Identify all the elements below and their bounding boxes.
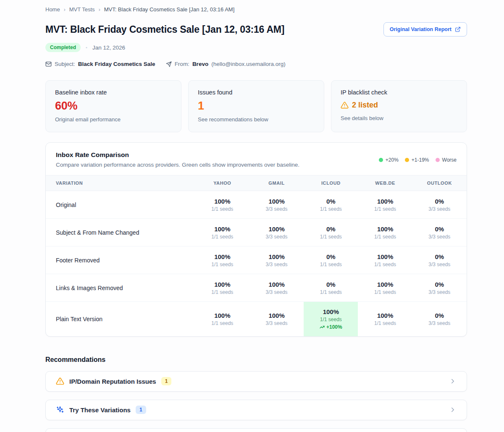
rate-percent: 0% [416, 225, 463, 233]
rate-seeds: 3/3 seeds [253, 206, 300, 212]
rate-cell: 100%3/3 seeds [249, 302, 304, 336]
warning-triangle-icon [56, 377, 64, 385]
rate-seeds: 3/3 seeds [416, 289, 463, 295]
trend-up-icon [320, 325, 325, 330]
rate-seeds: 3/3 seeds [416, 234, 463, 240]
report-button-label: Original Variation Report [390, 26, 452, 32]
table-row-subject-from-changed: Subject & From Name Changed 100%1/1 seed… [46, 219, 467, 246]
stat-value: 2 listed [352, 101, 378, 110]
legend-dot-green [379, 158, 383, 162]
rate-seeds: 3/3 seeds [253, 262, 300, 267]
variation-name: Links & Images Removed [46, 274, 195, 302]
rate-percent: 100% [361, 225, 409, 233]
comparison-header: Inbox Rate Comparison Compare variation … [46, 143, 467, 175]
rate-cell: 100%1/1 seeds [195, 219, 249, 246]
rate-percent: 0% [416, 281, 463, 288]
rate-seeds: 1/1 seeds [361, 320, 409, 326]
variation-name: Plain Text Version [46, 302, 195, 336]
legend-label: +20% [386, 157, 399, 163]
breadcrumb-separator: › [64, 7, 66, 13]
rate-seeds: 1/1 seeds [307, 262, 354, 267]
rate-cell: 100%1/1 seeds [358, 246, 412, 274]
meta-row: Completed • Jan 12, 2026 [45, 43, 467, 52]
rate-cell: 100%3/3 seeds [249, 246, 304, 274]
column-header-yahoo: YAHOO [195, 175, 249, 191]
rate-cell: 0%1/1 seeds [304, 246, 358, 274]
rate-cell: 100%1/1 seeds [358, 191, 412, 219]
rate-percent: 100% [199, 281, 246, 288]
stat-ip-blacklist-check: IP blacklist check 2 listed See details … [331, 80, 467, 132]
stat-title: Baseline inbox rate [55, 89, 172, 96]
rate-cell: 0%1/1 seeds [304, 274, 358, 302]
comparison-title: Inbox Rate Comparison [56, 151, 299, 159]
stat-caption: Original email performance [55, 116, 172, 123]
recommendation-label: Try These Variations [69, 406, 131, 414]
recommendations-heading: Recommendations [45, 356, 467, 364]
rate-percent: 100% [361, 281, 409, 288]
rate-percent: 100% [361, 312, 409, 319]
rate-seeds: 1/1 seeds [307, 317, 354, 322]
column-header-outlook: OUTLOOK [412, 175, 467, 191]
column-header-icloud: ICLOUD [304, 175, 358, 191]
rate-percent: 100% [253, 198, 300, 205]
rate-percent: 0% [307, 198, 354, 205]
recommendation-item-reputation-issues[interactable]: IP/Domain Reputation Issues 1 [45, 371, 467, 392]
rate-seeds: 1/1 seeds [361, 262, 409, 267]
breadcrumb-current: MVT: Black Friday Cosmetics Sale [Jan 12… [104, 6, 235, 13]
stat-value: 60% [55, 99, 172, 113]
breadcrumb-home[interactable]: Home [45, 6, 60, 13]
table-row-plain-text-version: Plain Text Version 100%1/1 seeds 100%3/3… [46, 302, 467, 336]
rate-percent: 100% [199, 253, 246, 260]
rate-percent: 100% [307, 308, 354, 315]
email-meta-row: Subject: Black Friday Cosmetics Sale Fro… [45, 61, 467, 67]
stat-title: Issues found [198, 89, 315, 96]
stat-caption: See details below [341, 115, 457, 121]
rate-seeds: 3/3 seeds [253, 320, 300, 326]
comparison-table: VARIATION YAHOO GMAIL ICLOUD WEB.DE OUTL… [46, 175, 467, 336]
from-email: (hello@inbox.usemailora.org) [211, 61, 286, 67]
recommendation-item-try-variations[interactable]: Try These Variations 1 [45, 400, 467, 420]
recommendation-label: IP/Domain Reputation Issues [69, 378, 156, 385]
rate-cell: 100%3/3 seeds [249, 191, 304, 219]
rate-cell: 100%1/1 seeds [195, 191, 249, 219]
breadcrumb-mvt-tests[interactable]: MVT Tests [69, 6, 95, 13]
rate-percent: 100% [361, 253, 409, 260]
rate-percent: 100% [361, 198, 409, 205]
legend-label: Worse [442, 157, 457, 163]
status-badge: Completed [45, 43, 81, 52]
rate-cell: 0%3/3 seeds [412, 274, 467, 302]
rate-percent: 0% [307, 281, 354, 288]
rate-cell: 0%3/3 seeds [412, 302, 467, 336]
rate-percent: 0% [416, 198, 463, 205]
rate-seeds: 3/3 seeds [416, 320, 463, 326]
rate-seeds: 1/1 seeds [307, 289, 354, 295]
rate-seeds: 1/1 seeds [307, 206, 354, 212]
original-variation-report-button[interactable]: Original Variation Report [383, 22, 467, 37]
rate-seeds: 3/3 seeds [253, 234, 300, 240]
improvement-delta: +100% [307, 324, 354, 330]
rate-seeds: 1/1 seeds [199, 206, 246, 212]
legend-dot-yellow [405, 158, 409, 162]
stat-caption: See recommendations below [198, 116, 315, 123]
table-row-links-images-removed: Links & Images Removed 100%1/1 seeds 100… [46, 274, 467, 302]
envelope-icon [45, 61, 52, 67]
rate-percent: 100% [199, 225, 246, 233]
recommendation-item-working-well[interactable]: Working Well 3 [45, 428, 467, 432]
column-header-gmail: GMAIL [249, 175, 304, 191]
rate-cell: 100%1/1 seeds [358, 219, 412, 246]
rate-seeds: 1/1 seeds [361, 234, 409, 240]
rate-percent: 100% [253, 281, 300, 288]
stat-baseline-inbox-rate: Baseline inbox rate 60% Original email p… [45, 80, 181, 132]
rate-cell: 100%1/1 seeds [195, 302, 249, 336]
legend-item-yellow: +1-19% [405, 157, 429, 163]
rate-cell: 100%1/1 seeds [358, 274, 412, 302]
inbox-rate-comparison-card: Inbox Rate Comparison Compare variation … [45, 142, 467, 337]
variation-name: Original [46, 191, 195, 219]
stat-issues-found: Issues found 1 See recommendations below [188, 80, 324, 132]
page-title: MVT: Black Friday Cosmetics Sale [Jan 12… [45, 24, 284, 35]
stat-value: 1 [198, 99, 315, 113]
subject-value: Black Friday Cosmetics Sale [78, 61, 155, 67]
rate-seeds: 3/3 seeds [416, 262, 463, 267]
rate-percent: 100% [253, 312, 300, 319]
count-badge: 1 [136, 406, 146, 414]
